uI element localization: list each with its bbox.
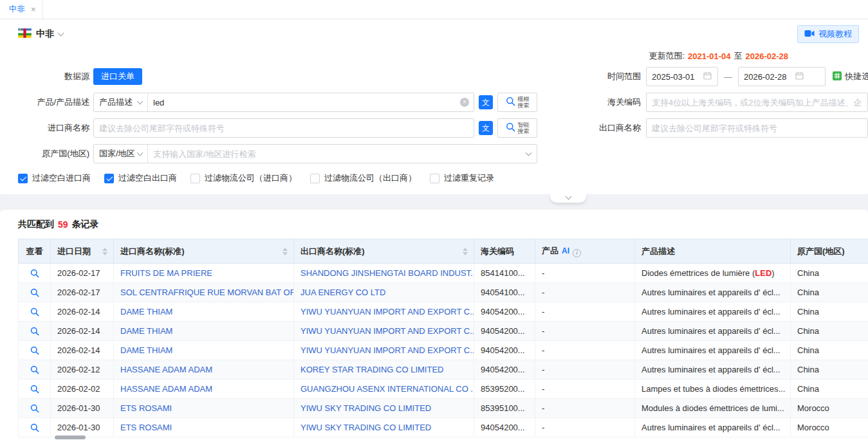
tab-zhongfei[interactable]: 中非 × — [0, 0, 43, 19]
cell-origin-country: China — [791, 360, 868, 380]
importer-link[interactable]: SOL CENTRAFRIQUE RUE MORVAN BAT OF... — [120, 288, 294, 297]
exporter-link[interactable]: JUA ENERGY CO LTD — [300, 288, 385, 297]
results-table: 查看进口日期进口商名称(标准)出口商名称(标准)海关编码产品AI产品描述原产国(… — [18, 239, 868, 437]
clear-input-icon[interactable]: × — [460, 98, 469, 107]
filter-checkbox[interactable]: 过滤物流公司（进口商） — [190, 172, 297, 184]
data-source-label: 数据源 — [18, 71, 89, 82]
exporter-link[interactable]: YIWU SKY TRADING CO LIMITED — [300, 423, 431, 432]
video-tutorial-button[interactable]: 视频教程 — [797, 25, 859, 43]
date-from-input[interactable] — [646, 67, 718, 86]
video-camera-icon — [804, 30, 815, 39]
view-detail-button[interactable] — [30, 385, 39, 394]
exporter-link[interactable]: YIWU YUANYUAN IMPORT AND EXPORT C... — [300, 345, 474, 355]
checkbox-unchecked-icon[interactable] — [310, 174, 320, 183]
info-icon[interactable] — [573, 249, 581, 257]
table-row: 2026-02-14DAME THIAMYIWU YUANYUAN IMPORT… — [19, 322, 868, 341]
hs-code-input[interactable] — [647, 98, 867, 107]
horizontal-scrollbar-thumb[interactable] — [55, 435, 86, 439]
exporter-name-input[interactable] — [647, 124, 867, 133]
checkbox-checked-icon[interactable] — [104, 174, 114, 183]
cell-view — [19, 341, 51, 360]
exporter-link[interactable]: YIWU YUANYUAN IMPORT AND EXPORT C... — [300, 307, 474, 316]
sort-icons[interactable] — [102, 248, 107, 255]
checkbox-unchecked-icon[interactable] — [190, 174, 200, 183]
filter-checkbox-row: 过滤空白进口商过滤空白出口商过滤物流公司（进口商）过滤物流公司（出口商）过滤重复… — [0, 172, 868, 184]
importer-link[interactable]: DAME THIAM — [120, 345, 172, 355]
date-to-field[interactable] — [744, 72, 793, 82]
view-detail-button[interactable] — [30, 346, 39, 355]
origin-type-select[interactable]: 国家/地区 — [94, 145, 148, 163]
view-detail-button[interactable] — [30, 307, 39, 316]
fuzzy-search-label-line2: 搜索 — [518, 102, 530, 109]
cell-origin-country: China — [791, 380, 868, 399]
column-header[interactable]: 出口商名称(标准) — [294, 239, 474, 264]
exporter-link[interactable]: YIWU SKY TRADING CO LIMITED — [300, 403, 431, 413]
quick-select-icon — [833, 71, 842, 82]
cell-product: - — [535, 283, 635, 302]
product-type-select[interactable]: 产品描述 — [94, 93, 148, 111]
collapse-panel-button[interactable] — [550, 194, 586, 203]
exporter-link[interactable]: YIWU YUANYUAN IMPORT AND EXPORT C... — [300, 326, 474, 336]
country-selector-label: 中非 — [36, 28, 54, 40]
country-selector[interactable]: 中非 — [18, 28, 63, 40]
cell-exporter: YIWU YUANYUAN IMPORT AND EXPORT C... — [294, 302, 474, 322]
cell-import-date: 2026-02-14 — [51, 341, 114, 360]
sort-icons[interactable] — [282, 248, 288, 255]
view-detail-button[interactable] — [30, 288, 39, 297]
importer-name-input[interactable] — [94, 124, 474, 133]
cell-product: - — [535, 302, 635, 322]
column-header-label: 产品 — [542, 246, 559, 255]
product-label: 产品/产品描述 — [18, 96, 89, 108]
view-detail-button[interactable] — [30, 365, 39, 374]
importer-link[interactable]: HASSANE ADAM ADAM — [120, 384, 212, 394]
column-header[interactable]: 进口日期 — [51, 239, 114, 264]
filter-checkbox[interactable]: 过滤空白进口商 — [18, 172, 91, 184]
cell-import-date: 2026-02-17 — [51, 264, 114, 283]
date-to-input[interactable] — [738, 67, 826, 86]
view-detail-button[interactable] — [30, 404, 39, 413]
checkbox-unchecked-icon[interactable] — [430, 174, 439, 183]
tab-close-icon[interactable]: × — [31, 5, 36, 14]
filter-checkbox[interactable]: 过滤空白出口商 — [104, 172, 177, 184]
checkbox-checked-icon[interactable] — [18, 174, 28, 183]
cell-import-date: 2026-02-02 — [51, 380, 114, 399]
exporter-link[interactable]: SHANDONG JINSHENGTAI BOARD INDUST... — [300, 268, 474, 278]
view-detail-button[interactable] — [30, 269, 39, 278]
table-header-row: 查看进口日期进口商名称(标准)出口商名称(标准)海关编码产品AI产品描述原产国(… — [19, 239, 868, 264]
importer-link[interactable]: ETS ROSAMI — [120, 423, 172, 432]
data-source-import-declarations-button[interactable]: 进口关单 — [93, 68, 142, 85]
date-from-field[interactable] — [652, 72, 701, 82]
cell-product: - — [535, 322, 635, 341]
importer-link[interactable]: DAME THIAM — [120, 307, 172, 316]
importer-link[interactable]: ETS ROSAMI — [120, 403, 172, 413]
cell-view — [19, 418, 51, 437]
filter-checkbox[interactable]: 过滤重复记录 — [430, 172, 494, 184]
sort-icons[interactable] — [463, 248, 468, 255]
exporter-link[interactable]: KOREY STAR TRADING CO LIMITED — [300, 365, 443, 374]
view-detail-button[interactable] — [30, 327, 39, 336]
origin-country-input[interactable] — [148, 149, 526, 159]
table-row: 2026-02-17FRUITS DE MA PRIERESHANDONG JI… — [19, 264, 868, 283]
column-header: 查看 — [19, 239, 51, 264]
smart-search-button[interactable]: 智能 搜索 — [497, 118, 537, 138]
translate-icon[interactable]: 文 — [479, 95, 493, 109]
product-search-input[interactable] — [148, 98, 460, 107]
filter-checkbox[interactable]: 过滤物流公司（出口商） — [310, 172, 416, 184]
fuzzy-search-button[interactable]: 模糊 搜索 — [497, 93, 537, 112]
translate-icon[interactable]: 文 — [479, 121, 493, 135]
column-header[interactable]: 进口商名称(标准) — [114, 239, 294, 264]
column-header-label: 查看 — [26, 246, 43, 256]
quick-select-button[interactable]: 快捷选择 — [833, 71, 868, 82]
view-detail-button[interactable] — [30, 423, 39, 432]
importer-link[interactable]: DAME THIAM — [120, 326, 172, 336]
cell-origin-country: China — [791, 341, 868, 360]
importer-link[interactable]: FRUITS DE MA PRIERE — [120, 268, 212, 278]
cell-view — [19, 322, 51, 341]
exporter-link[interactable]: GUANGZHOU ASENX INTERNATIONAL CO ... — [300, 384, 474, 394]
importer-link[interactable]: HASSANE ADAM ADAM — [120, 365, 212, 374]
cell-product-description: Lampes et tubes à diodes émettrices... — [635, 380, 791, 399]
cell-product: - — [535, 264, 635, 283]
cell-import-date: 2026-02-14 — [51, 302, 114, 322]
chevron-down-icon — [526, 149, 532, 156]
chevron-down-icon — [58, 30, 64, 36]
